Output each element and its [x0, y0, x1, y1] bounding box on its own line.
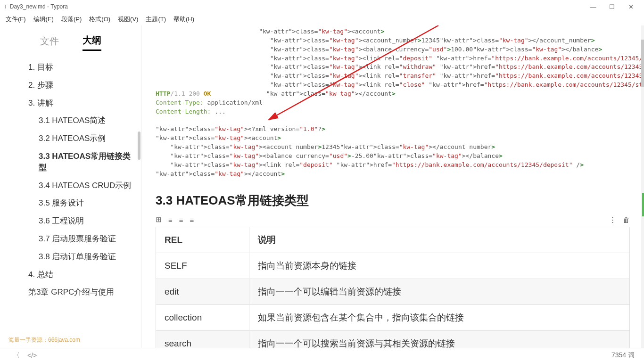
- tab-outline[interactable]: 大纲: [83, 34, 101, 51]
- outline-item[interactable]: 3.5 服务设计: [0, 194, 141, 212]
- menu-file[interactable]: 文件(F): [2, 14, 30, 25]
- table-toolbar: ⊞ ≡ ≡ ≡ ⋮ 🗑: [156, 215, 630, 224]
- watermark: 海量一手资源：666java.com: [8, 336, 80, 344]
- table-align-right-icon[interactable]: ≡: [190, 216, 194, 224]
- code-block[interactable]: "kw-attr">class="kw-tag"><account> "kw-a…: [156, 25, 630, 180]
- minimize-button[interactable]: —: [584, 3, 603, 10]
- statusbar: 〈 </> 7354 词: [0, 348, 644, 362]
- outline-item[interactable]: 第3章 GRPC介绍与使用: [0, 283, 141, 301]
- outline-list[interactable]: 1. 目标2. 步骤3. 讲解3.1 HATEOAS简述3.2 HATEOAS示…: [0, 56, 141, 348]
- table-grid-icon[interactable]: ⊞: [156, 215, 162, 224]
- table-cell[interactable]: SELF: [156, 253, 249, 279]
- outline-item[interactable]: 3.4 HATEOAS CRUD示例: [0, 177, 141, 195]
- outline-item[interactable]: 3. 讲解: [0, 94, 141, 112]
- outline-item[interactable]: 3.8 启动订单服务验证: [0, 248, 141, 266]
- table-cell[interactable]: 指向一一个可以编辑当前资源的链接: [249, 279, 629, 305]
- table-header[interactable]: 说明: [249, 227, 629, 253]
- window-title: Day3_new.md - Typora: [10, 3, 68, 10]
- menu-view[interactable]: 视图(V): [114, 14, 142, 25]
- menu-paragraph[interactable]: 段落(P): [58, 14, 85, 25]
- outline-item[interactable]: 2. 步骤: [0, 76, 141, 94]
- tab-files[interactable]: 文件: [40, 35, 59, 50]
- outline-item[interactable]: 1. 目标: [0, 58, 141, 76]
- word-count[interactable]: 7354 词: [611, 351, 635, 360]
- table-align-center-icon[interactable]: ≡: [179, 216, 183, 224]
- outline-item[interactable]: 3.7 启动股票服务验证: [0, 230, 141, 248]
- content-scrollbar[interactable]: [641, 25, 644, 348]
- menubar: 文件(F) 编辑(E) 段落(P) 格式(O) 视图(V) 主题(T) 帮助(H…: [0, 13, 644, 25]
- table-cell[interactable]: collection: [156, 305, 249, 331]
- status-back[interactable]: 〈: [9, 351, 24, 360]
- menu-help[interactable]: 帮助(H): [170, 14, 198, 25]
- menu-format[interactable]: 格式(O): [85, 14, 114, 25]
- editor-content[interactable]: "kw-attr">class="kw-tag"><account> "kw-a…: [141, 25, 644, 348]
- outline-item[interactable]: 4. 总结: [0, 266, 141, 284]
- sidebar: 文件 大纲 1. 目标2. 步骤3. 讲解3.1 HATEOAS简述3.2 HA…: [0, 25, 141, 348]
- table-align-left-icon[interactable]: ≡: [168, 216, 173, 224]
- table-header[interactable]: REL: [156, 227, 249, 253]
- sidebar-scrollbar[interactable]: [138, 132, 140, 160]
- status-source-mode[interactable]: </>: [24, 352, 41, 359]
- app-icon: T: [4, 4, 7, 9]
- outline-item[interactable]: 3.1 HATEOAS简述: [0, 112, 141, 130]
- menu-theme[interactable]: 主题(T): [142, 14, 170, 25]
- maximize-button[interactable]: ☐: [603, 3, 621, 10]
- links-table[interactable]: REL说明SELF指向当前资源本身的链接edit指向一一个可以编辑当前资源的链接…: [156, 227, 630, 348]
- table-delete-icon[interactable]: 🗑: [623, 216, 630, 224]
- titlebar: T Day3_new.md - Typora — ☐ ✕: [0, 0, 644, 13]
- outline-item[interactable]: 3.3 HATEOAS常用链接类型: [0, 148, 141, 177]
- table-more-icon[interactable]: ⋮: [609, 215, 616, 224]
- table-cell[interactable]: 指向当前资源本身的链接: [249, 253, 629, 279]
- section-heading[interactable]: 3.3 HATEOAS常用链接类型: [156, 192, 630, 209]
- table-cell[interactable]: 指向一一个可以搜索当前资源与其相关资源的链接: [249, 331, 629, 348]
- table-cell[interactable]: edit: [156, 279, 249, 305]
- close-button[interactable]: ✕: [621, 3, 640, 10]
- outline-item[interactable]: 3.6 工程说明: [0, 212, 141, 230]
- outline-item[interactable]: 3.2 HATEOAS示例: [0, 130, 141, 148]
- menu-edit[interactable]: 编辑(E): [30, 14, 58, 25]
- table-cell[interactable]: search: [156, 331, 249, 348]
- table-cell[interactable]: 如果当前资源包含在某个集合中，指向该集合的链接: [249, 305, 629, 331]
